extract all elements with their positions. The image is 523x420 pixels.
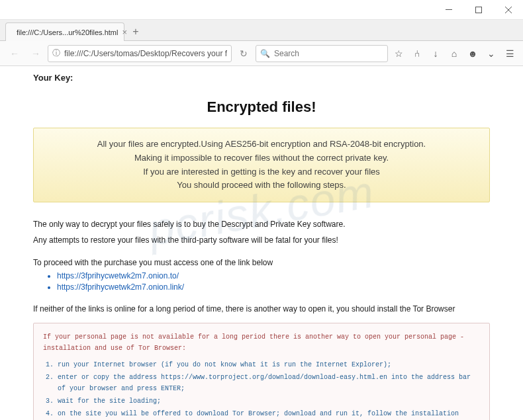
banner-line: You should proceed with the following st…	[47, 179, 476, 192]
reload-button[interactable]: ↻	[234, 44, 253, 63]
forward-button[interactable]: →	[26, 44, 45, 63]
proceed-text: To proceed with the purchase you must ac…	[33, 258, 490, 267]
instruction-step: wait for the site loading;	[58, 396, 480, 407]
tor-note: If neither of the links is online for a …	[33, 304, 490, 315]
svg-rect-1	[475, 7, 481, 13]
warning-banner: All your files are encrypted.Using AES25…	[33, 128, 490, 202]
close-button[interactable]	[493, 0, 523, 20]
list-item: https://3fprihycwetwk2m7.onion.to/	[57, 271, 490, 280]
search-bar[interactable]: 🔍	[256, 45, 388, 62]
maximize-button[interactable]	[463, 0, 493, 20]
instructions-box: If your personal page is not available f…	[33, 323, 490, 420]
instruction-step: run your Internet browser (if you do not…	[58, 359, 480, 370]
site-info-icon[interactable]: ⓘ	[52, 48, 60, 59]
address-bar[interactable]: ⓘ	[48, 45, 232, 62]
menu-icon[interactable]: ☰	[502, 46, 518, 62]
instructions-intro: If your personal page is not available f…	[43, 331, 480, 354]
onion-link[interactable]: https://3fprihycwetwk2m7.onion.link/	[57, 282, 184, 292]
bookmark-icon[interactable]: ☆	[391, 46, 406, 62]
instruction-step: on the site you will be offered to downl…	[58, 408, 480, 420]
window-titlebar	[0, 0, 523, 20]
tab-strip: file:///C:/Users...ur%20files.html × +	[0, 20, 523, 41]
search-icon: 🔍	[260, 49, 270, 58]
description-text: Any attempts to restore your files with …	[33, 234, 490, 246]
url-input[interactable]	[64, 49, 227, 58]
onion-link-list: https://3fprihycwetwk2m7.onion.to/ https…	[33, 271, 490, 292]
minimize-button[interactable]	[434, 0, 463, 20]
your-key-label: Your Key:	[33, 73, 490, 83]
list-item: https://3fprihycwetwk2m7.onion.link/	[57, 282, 490, 292]
library-icon[interactable]: ⑃	[409, 46, 425, 62]
smiley-icon[interactable]: ☻	[465, 46, 481, 62]
banner-line: All your files are encrypted.Using AES25…	[47, 138, 476, 151]
page-title: Encrypted files!	[33, 99, 490, 116]
new-tab-button[interactable]: +	[127, 23, 144, 40]
tab-title: file:///C:/Users...ur%20files.html	[17, 28, 118, 36]
home-icon[interactable]: ⌂	[446, 46, 462, 62]
banner-line: If you are interested in getting is the …	[47, 165, 476, 179]
svg-rect-0	[446, 9, 452, 10]
instructions-list: run your Internet browser (if you do not…	[43, 359, 480, 420]
toolbar: ← → ⓘ ↻ 🔍 ☆ ⑃ ↓ ⌂ ☻ ⌄ ☰	[0, 41, 523, 66]
description-text: The only way to decrypt your files safel…	[33, 218, 490, 230]
tab-close-icon[interactable]: ×	[122, 27, 127, 37]
pocket-icon[interactable]: ⌄	[483, 46, 499, 62]
onion-link[interactable]: https://3fprihycwetwk2m7.onion.to/	[57, 271, 179, 280]
instruction-step: enter or copy the address https://www.to…	[58, 372, 480, 394]
banner-line: Making it impossible to recover files wi…	[47, 151, 476, 165]
search-input[interactable]	[274, 49, 383, 58]
browser-tab[interactable]: file:///C:/Users...ur%20files.html ×	[5, 22, 124, 41]
back-button[interactable]: ←	[5, 44, 24, 63]
page-viewport[interactable]: Your Key: Encrypted files! All your file…	[0, 66, 523, 420]
downloads-icon[interactable]: ↓	[428, 46, 444, 62]
